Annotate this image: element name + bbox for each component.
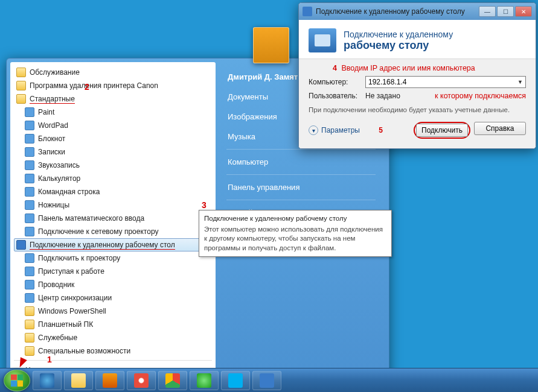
program-label: Подключение к удаленному рабочему стол xyxy=(30,241,175,250)
program-item[interactable]: Приступая к работе xyxy=(14,265,212,278)
program-item[interactable]: Записки xyxy=(14,145,212,159)
program-item[interactable]: Калькулятор xyxy=(14,172,212,185)
options-toggle[interactable]: ▾ Параметры xyxy=(309,125,360,135)
folder-icon xyxy=(16,94,26,104)
chevron-down-icon[interactable]: ▼ xyxy=(517,79,523,85)
chrome-icon xyxy=(165,373,180,388)
program-item[interactable]: Планшетный ПК xyxy=(14,318,212,331)
annotation-4-text: Вводим IP адрес или имя компьютера xyxy=(341,64,475,72)
program-label: Специальные возможности xyxy=(38,347,130,355)
opera-icon xyxy=(134,373,149,388)
app-icon xyxy=(25,187,34,197)
program-item[interactable]: WordPad xyxy=(14,119,212,132)
rdp-dialog: Подключение к удаленному рабочему столу … xyxy=(298,2,536,149)
taskbar-chrome[interactable] xyxy=(158,371,187,390)
taskbar-rdp[interactable] xyxy=(252,371,281,390)
rdp-icon xyxy=(260,373,274,388)
program-label: Записки xyxy=(38,148,65,156)
windows-logo-icon xyxy=(11,375,23,387)
all-programs-list[interactable]: ОбслуживаниеПрограмма удаления принтера … xyxy=(14,66,212,358)
help-button[interactable]: Справка xyxy=(474,122,526,135)
program-label: Программа удаления принтера Canon xyxy=(30,81,158,90)
taskbar-skype[interactable] xyxy=(221,371,250,390)
tooltip: Подключение к удаленному рабочему столу … xyxy=(199,210,392,257)
app-icon xyxy=(25,227,34,236)
program-item[interactable]: Звукозапись xyxy=(14,159,212,172)
program-label: Планшетный ПК xyxy=(38,320,93,329)
app-icon xyxy=(25,134,34,144)
program-item[interactable]: Панель математического ввода xyxy=(14,212,212,225)
taskbar-wmp[interactable] xyxy=(95,371,124,390)
program-item[interactable]: Paint xyxy=(14,106,212,119)
program-item[interactable]: Центр синхронизации xyxy=(14,291,212,305)
program-label: Блокнот xyxy=(38,134,65,143)
program-item[interactable]: Обслуживание xyxy=(14,66,212,79)
folder-icon xyxy=(25,320,34,329)
credentials-hint: При подключении необходимо будет указать… xyxy=(309,105,526,115)
program-label: Приступая к работе xyxy=(38,267,104,276)
computer-label: Компьютер: xyxy=(309,78,360,86)
rdp-banner-icon xyxy=(309,28,336,52)
computer-input[interactable] xyxy=(368,78,517,86)
taskbar-ie[interactable] xyxy=(33,371,62,390)
folder-icon xyxy=(16,81,26,90)
program-label: Подключить к проектору xyxy=(38,254,120,262)
program-item[interactable]: Подключить к проектору xyxy=(14,251,212,265)
program-label: Служебные xyxy=(38,334,77,342)
program-item[interactable]: Блокнот xyxy=(14,132,212,145)
computer-combo[interactable]: ▼ xyxy=(365,76,526,88)
explorer-icon xyxy=(71,373,86,388)
taskbar-explorer[interactable] xyxy=(64,371,93,390)
app-icon xyxy=(25,174,34,183)
program-item[interactable]: Windows PowerShell xyxy=(14,305,212,318)
qip-icon xyxy=(197,373,211,388)
program-label: Обслуживание xyxy=(30,68,80,77)
app-icon xyxy=(25,213,34,223)
connect-button[interactable]: Подключить xyxy=(416,124,468,137)
rdp-body: 4 Вводим IP адрес или имя компьютера Ком… xyxy=(299,59,536,148)
program-item[interactable]: Специальные возможности xyxy=(14,344,212,358)
program-label: Windows PowerShell xyxy=(38,307,106,315)
rdp-icon xyxy=(16,240,26,250)
titlebar[interactable]: Подключение к удаленному рабочему столу … xyxy=(299,3,536,20)
program-item[interactable]: Подключение к удаленному рабочему стол xyxy=(14,238,212,251)
right-menu-item[interactable]: Панель управления xyxy=(223,177,379,197)
annotation-4: 4 xyxy=(333,64,337,72)
program-label: Звукозапись xyxy=(38,161,80,169)
program-item[interactable]: Стандартные xyxy=(14,92,212,106)
program-label: Панель математического ввода xyxy=(38,214,144,223)
close-button[interactable]: ✕ xyxy=(515,6,532,17)
program-label: Командная строка xyxy=(38,188,100,196)
taskbar-opera[interactable] xyxy=(127,371,156,390)
connect-ring: Подключить xyxy=(414,122,470,139)
tooltip-body: Этот компьютер можно использовать для по… xyxy=(204,225,386,253)
divider xyxy=(14,360,212,361)
program-label: Стандартные xyxy=(30,95,75,104)
program-label: Подключение к сетевому проектору xyxy=(38,227,158,236)
taskbar-qip[interactable] xyxy=(190,371,219,390)
maximize-button[interactable]: ☐ xyxy=(497,6,514,17)
divider xyxy=(226,200,376,200)
minimize-button[interactable]: — xyxy=(479,6,496,17)
program-label: Проводник xyxy=(38,280,74,289)
app-icon xyxy=(25,107,34,117)
start-button[interactable] xyxy=(4,370,30,391)
user-picture[interactable] xyxy=(253,27,289,63)
program-label: Калькулятор xyxy=(38,174,80,183)
app-icon xyxy=(25,147,34,157)
app-icon xyxy=(25,253,34,263)
program-item[interactable]: Ножницы xyxy=(14,198,212,212)
rdp-icon xyxy=(303,7,312,16)
program-label: Центр синхронизации xyxy=(38,294,112,302)
program-item[interactable]: Подключение к сетевому проектору xyxy=(14,225,212,238)
divider xyxy=(226,149,376,150)
right-menu-item[interactable]: Компьютер xyxy=(223,152,379,172)
tooltip-title: Подключение к удаленному рабочему столу xyxy=(204,214,386,224)
app-icon xyxy=(25,267,34,276)
user-value: Не задано xyxy=(365,92,400,100)
rdp-banner: Подключение к удаленному рабочему столу xyxy=(299,20,536,59)
program-item[interactable]: Служебные xyxy=(14,331,212,344)
program-item[interactable]: Программа удаления принтера Canon xyxy=(14,79,212,92)
program-item[interactable]: Проводник xyxy=(14,278,212,291)
program-item[interactable]: Командная строка xyxy=(14,185,212,198)
